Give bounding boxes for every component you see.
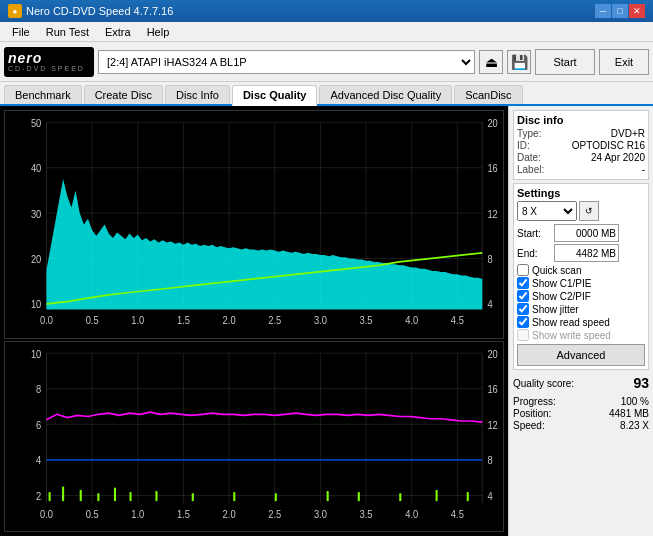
chart-pi-errors: 50 40 30 20 10 20 16 12 8 4 0.0 0.5 1.0 … xyxy=(4,110,504,339)
toolbar: nero CD-DVD SPEED [2:4] ATAPI iHAS324 A … xyxy=(0,42,653,82)
svg-text:4: 4 xyxy=(36,455,42,466)
jitter-row: Show jitter xyxy=(517,303,645,315)
window-controls: ─ □ ✕ xyxy=(595,4,645,18)
progress-label: Progress: xyxy=(513,396,556,407)
main-content: 50 40 30 20 10 20 16 12 8 4 0.0 0.5 1.0 … xyxy=(0,106,653,536)
progress-value: 100 % xyxy=(621,396,649,407)
app-title: Nero CD-DVD Speed 4.7.7.16 xyxy=(26,5,173,17)
svg-rect-59 xyxy=(114,488,116,501)
settings-title: Settings xyxy=(517,187,645,199)
save-icon[interactable]: 💾 xyxy=(507,50,531,74)
svg-text:8: 8 xyxy=(487,455,492,466)
svg-text:2.0: 2.0 xyxy=(223,508,236,519)
menu-help[interactable]: Help xyxy=(139,24,178,40)
quick-scan-label: Quick scan xyxy=(532,265,581,276)
tab-benchmark[interactable]: Benchmark xyxy=(4,85,82,104)
svg-text:2.5: 2.5 xyxy=(268,508,281,519)
disc-date-value: 24 Apr 2020 xyxy=(591,152,645,163)
end-input[interactable] xyxy=(554,244,619,262)
svg-text:16: 16 xyxy=(487,384,497,395)
svg-rect-57 xyxy=(80,490,82,501)
progress-section: Progress: 100 % Position: 4481 MB Speed:… xyxy=(513,396,649,432)
svg-text:2.5: 2.5 xyxy=(268,315,281,326)
svg-text:8: 8 xyxy=(36,384,41,395)
svg-text:20: 20 xyxy=(487,117,498,128)
tab-disc-quality[interactable]: Disc Quality xyxy=(232,85,318,106)
start-input[interactable] xyxy=(554,224,619,242)
svg-rect-66 xyxy=(358,492,360,501)
svg-text:6: 6 xyxy=(36,419,41,430)
svg-text:0.0: 0.0 xyxy=(40,315,53,326)
svg-text:4.5: 4.5 xyxy=(451,508,464,519)
start-label: Start: xyxy=(517,228,552,239)
tab-scandisc[interactable]: ScanDisc xyxy=(454,85,522,104)
refresh-button[interactable]: ↺ xyxy=(579,201,599,221)
svg-text:0.5: 0.5 xyxy=(86,315,99,326)
disc-id-row: ID: OPTODISC R16 xyxy=(517,140,645,151)
svg-rect-60 xyxy=(130,492,132,501)
c2pif-row: Show C2/PIF xyxy=(517,290,645,302)
disc-label-label: Label: xyxy=(517,164,544,175)
chart2-svg: 10 8 6 4 2 20 16 12 8 4 0.0 0.5 1.0 1.5 … xyxy=(5,342,503,531)
svg-text:3.5: 3.5 xyxy=(360,315,373,326)
maximize-button[interactable]: □ xyxy=(612,4,628,18)
svg-rect-68 xyxy=(436,490,438,501)
menu-run-test[interactable]: Run Test xyxy=(38,24,97,40)
svg-rect-65 xyxy=(327,491,329,501)
menu-extra[interactable]: Extra xyxy=(97,24,139,40)
exit-button[interactable]: Exit xyxy=(599,49,649,75)
minimize-button[interactable]: ─ xyxy=(595,4,611,18)
svg-text:4.0: 4.0 xyxy=(405,315,418,326)
drive-select[interactable]: [2:4] ATAPI iHAS324 A BL1P xyxy=(98,50,475,74)
progress-row: Progress: 100 % xyxy=(513,396,649,407)
write-speed-label: Show write speed xyxy=(532,330,611,341)
c2pif-checkbox[interactable] xyxy=(517,290,529,302)
svg-text:12: 12 xyxy=(487,208,497,219)
close-button[interactable]: ✕ xyxy=(629,4,645,18)
svg-text:0.0: 0.0 xyxy=(40,508,53,519)
speed-select[interactable]: 8 X Max 1 X 2 X 4 X xyxy=(517,201,577,221)
right-panel: Disc info Type: DVD+R ID: OPTODISC R16 D… xyxy=(508,106,653,536)
end-row: End: xyxy=(517,244,645,262)
svg-rect-55 xyxy=(49,492,51,501)
quality-score-row: Quality score: 93 xyxy=(513,375,649,391)
advanced-button[interactable]: Advanced xyxy=(517,344,645,366)
title-bar: ● Nero CD-DVD Speed 4.7.7.16 ─ □ ✕ xyxy=(0,0,653,22)
svg-text:20: 20 xyxy=(487,348,497,359)
jitter-label: Show jitter xyxy=(532,304,579,315)
read-speed-checkbox[interactable] xyxy=(517,316,529,328)
svg-text:3.0: 3.0 xyxy=(314,508,327,519)
c1pie-checkbox[interactable] xyxy=(517,277,529,289)
disc-date-row: Date: 24 Apr 2020 xyxy=(517,152,645,163)
speed-row: Speed: 8.23 X xyxy=(513,420,649,431)
disc-type-label: Type: xyxy=(517,128,541,139)
jitter-checkbox[interactable] xyxy=(517,303,529,315)
quick-scan-row: Quick scan xyxy=(517,264,645,276)
menu-file[interactable]: File xyxy=(4,24,38,40)
position-label: Position: xyxy=(513,408,551,419)
position-value: 4481 MB xyxy=(609,408,649,419)
svg-rect-61 xyxy=(155,491,157,501)
svg-text:1.0: 1.0 xyxy=(131,508,144,519)
speed-row: 8 X Max 1 X 2 X 4 X ↺ xyxy=(517,201,645,221)
eject-icon[interactable]: ⏏ xyxy=(479,50,503,74)
disc-id-label: ID: xyxy=(517,140,530,151)
svg-text:4: 4 xyxy=(487,299,493,310)
write-speed-row: Show write speed xyxy=(517,329,645,341)
start-button[interactable]: Start xyxy=(535,49,595,75)
chart-pi-failures: 10 8 6 4 2 20 16 12 8 4 0.0 0.5 1.0 1.5 … xyxy=(4,341,504,532)
tab-disc-info[interactable]: Disc Info xyxy=(165,85,230,104)
tab-create-disc[interactable]: Create Disc xyxy=(84,85,163,104)
svg-rect-62 xyxy=(192,493,194,501)
svg-rect-63 xyxy=(233,492,235,501)
position-row: Position: 4481 MB xyxy=(513,408,649,419)
chart1-svg: 50 40 30 20 10 20 16 12 8 4 0.0 0.5 1.0 … xyxy=(5,111,503,338)
c1pie-row: Show C1/PIE xyxy=(517,277,645,289)
svg-text:1.5: 1.5 xyxy=(177,508,190,519)
svg-text:30: 30 xyxy=(31,208,42,219)
tab-advanced-disc-quality[interactable]: Advanced Disc Quality xyxy=(319,85,452,104)
quick-scan-checkbox[interactable] xyxy=(517,264,529,276)
end-label: End: xyxy=(517,248,552,259)
svg-rect-56 xyxy=(62,487,64,501)
c1pie-label: Show C1/PIE xyxy=(532,278,591,289)
